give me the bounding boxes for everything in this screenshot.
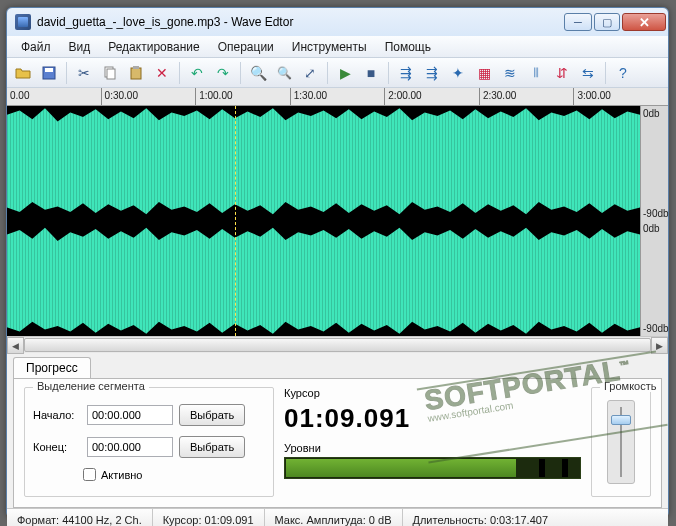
select-start-button[interactable]: Выбрать: [179, 404, 245, 426]
menu-operations[interactable]: Операции: [210, 38, 282, 56]
copy-icon[interactable]: [98, 61, 122, 85]
end-label: Конец:: [33, 441, 81, 453]
waveform-area[interactable]: 0db -90db 0db -90db: [7, 106, 668, 336]
maximize-button[interactable]: ▢: [594, 13, 620, 31]
effect8-icon[interactable]: ⇆: [576, 61, 600, 85]
menu-tools[interactable]: Инструменты: [284, 38, 375, 56]
levels-label: Уровни: [284, 442, 581, 454]
volume-slider[interactable]: [607, 400, 635, 484]
effect2-icon[interactable]: ⇶: [420, 61, 444, 85]
status-format: 44100 Hz, 2 Ch.: [62, 514, 142, 526]
redo-icon[interactable]: ↷: [211, 61, 235, 85]
cursor-label: Курсор: [284, 387, 581, 399]
menubar: Файл Вид Редактирование Операции Инструм…: [7, 36, 668, 58]
status-amplitude: 0 dB: [369, 514, 392, 526]
open-icon[interactable]: [11, 61, 35, 85]
save-icon[interactable]: [37, 61, 61, 85]
volume-label: Громкость: [600, 380, 660, 392]
play-icon[interactable]: ▶: [333, 61, 357, 85]
start-label: Начало:: [33, 409, 81, 421]
app-window: david_guetta_-_love_is_gone.mp3 - Wave E…: [6, 7, 669, 518]
volume-thumb[interactable]: [611, 415, 631, 425]
select-end-button[interactable]: Выбрать: [179, 436, 245, 458]
ruler-tick: 1:30.00: [290, 88, 385, 105]
svg-rect-1: [45, 68, 53, 72]
svg-rect-5: [133, 66, 139, 69]
toolbar: ✂ ✕ ↶ ↷ 🔍 🔍 ⤢ ▶ ■ ⇶ ⇶ ✦ ▦ ≋ ⫴ ⇵ ⇆ ?: [7, 58, 668, 88]
active-label: Активно: [101, 469, 143, 481]
window-title: david_guetta_-_love_is_gone.mp3 - Wave E…: [37, 15, 564, 29]
tab-progress[interactable]: Прогресс: [13, 357, 91, 378]
effect5-icon[interactable]: ≋: [498, 61, 522, 85]
effect1-icon[interactable]: ⇶: [394, 61, 418, 85]
start-input[interactable]: [87, 405, 173, 425]
menu-help[interactable]: Помощь: [377, 38, 439, 56]
undo-icon[interactable]: ↶: [185, 61, 209, 85]
status-duration: 0:03:17.407: [490, 514, 548, 526]
ruler-tick: 3:00.00: [573, 88, 668, 105]
minimize-button[interactable]: ─: [564, 13, 592, 31]
help-icon[interactable]: ?: [611, 61, 635, 85]
cursor-group: Курсор 01:09.091 Уровни: [284, 387, 581, 497]
ruler-tick: 0:30.00: [101, 88, 196, 105]
scroll-right-icon[interactable]: ▶: [651, 337, 668, 354]
ruler-tick: 0.00: [7, 88, 101, 105]
tab-body: Выделение сегмента Начало: Выбрать Конец…: [13, 378, 662, 508]
effect3-icon[interactable]: ✦: [446, 61, 470, 85]
svg-rect-3: [107, 69, 115, 79]
statusbar: Формат: 44100 Hz, 2 Ch. Курсор: 01:09.09…: [7, 508, 668, 526]
effect6-icon[interactable]: ⫴: [524, 61, 548, 85]
close-button[interactable]: ✕: [622, 13, 666, 31]
effect7-icon[interactable]: ⇵: [550, 61, 574, 85]
delete-icon[interactable]: ✕: [150, 61, 174, 85]
zoom-fit-icon[interactable]: ⤢: [298, 61, 322, 85]
ruler-tick: 2:00.00: [384, 88, 479, 105]
menu-edit[interactable]: Редактирование: [100, 38, 207, 56]
ruler-tick: 2:30.00: [479, 88, 574, 105]
end-input[interactable]: [87, 437, 173, 457]
menu-file[interactable]: Файл: [13, 38, 59, 56]
paste-icon[interactable]: [124, 61, 148, 85]
horizontal-scrollbar[interactable]: ◀ ▶: [7, 336, 668, 353]
app-icon: [15, 14, 31, 30]
svg-rect-4: [131, 68, 141, 79]
scroll-left-icon[interactable]: ◀: [7, 337, 24, 354]
stop-icon[interactable]: ■: [359, 61, 383, 85]
segment-group-label: Выделение сегмента: [33, 380, 149, 392]
volume-group: Громкость: [591, 387, 651, 497]
db-scale: 0db -90db 0db -90db: [640, 106, 668, 336]
playback-cursor[interactable]: [235, 106, 236, 336]
scroll-thumb[interactable]: [24, 338, 651, 352]
active-checkbox[interactable]: [83, 468, 96, 481]
zoom-out-icon[interactable]: 🔍: [272, 61, 296, 85]
cut-icon[interactable]: ✂: [72, 61, 96, 85]
ruler-tick: 1:00.00: [195, 88, 290, 105]
level-meter: [284, 457, 581, 479]
titlebar[interactable]: david_guetta_-_love_is_gone.mp3 - Wave E…: [7, 8, 668, 36]
time-ruler[interactable]: 0.00 0:30.00 1:00.00 1:30.00 2:00.00 2:3…: [7, 88, 668, 106]
menu-view[interactable]: Вид: [61, 38, 99, 56]
effect4-icon[interactable]: ▦: [472, 61, 496, 85]
zoom-in-icon[interactable]: 🔍: [246, 61, 270, 85]
cursor-time: 01:09.091: [284, 403, 581, 434]
segment-group: Выделение сегмента Начало: Выбрать Конец…: [24, 387, 274, 497]
status-cursor: 01:09.091: [205, 514, 254, 526]
